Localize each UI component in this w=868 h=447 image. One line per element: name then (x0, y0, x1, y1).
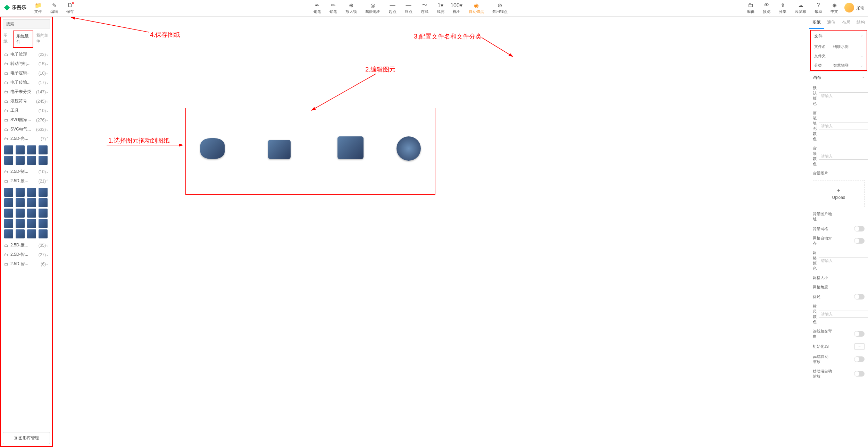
component-thumbnail[interactable] (4, 209, 13, 218)
end-button[interactable]: —终点 (402, 1, 415, 15)
tree-item[interactable]: 🗀转动与机...(15)⌄ (1, 59, 52, 68)
color-swatch[interactable] (817, 123, 817, 129)
upload-button[interactable]: + Upload (813, 180, 865, 207)
component-thumbnail[interactable] (39, 156, 48, 165)
component-thumbnail[interactable] (39, 209, 48, 218)
fill-color-input[interactable] (819, 123, 868, 129)
component-thumbnail[interactable] (27, 209, 36, 218)
right-tab-0[interactable]: 图纸 (809, 17, 824, 29)
file-section-header[interactable]: 文件 ⌄ (811, 31, 867, 42)
search-input[interactable] (3, 19, 50, 28)
disableAnchor-button[interactable]: ⊘禁用锚点 (490, 1, 510, 15)
component-thumbnail[interactable] (4, 188, 13, 197)
line-intersect-toggle[interactable] (854, 331, 865, 337)
component-thumbnail[interactable] (16, 219, 25, 228)
library-manage-button[interactable]: ⊞ 图形库管理 (3, 432, 50, 444)
component-thumbnail[interactable] (39, 219, 48, 228)
pencil-button[interactable]: ✏铅笔 (327, 1, 340, 15)
cloudPublish-button[interactable]: ☁云发布 (792, 1, 809, 15)
component-thumbnail[interactable] (27, 156, 36, 165)
component-thumbnail[interactable] (39, 145, 48, 154)
canvas-section-header[interactable]: 画布 ⌄ (809, 71, 868, 83)
tree-item[interactable]: 🗀SVG电气...(633)⌄ (1, 125, 52, 134)
tree-item[interactable]: 🗀液压符号(245)⌄ (1, 96, 52, 106)
component-thumbnail[interactable] (16, 209, 25, 218)
help-button[interactable]: ?帮助 (812, 1, 825, 15)
pen-button[interactable]: ✒钢笔 (311, 1, 324, 15)
color-swatch[interactable] (817, 258, 817, 263)
component-thumbnail[interactable] (27, 145, 36, 154)
right-tab-2[interactable]: 布局 (839, 17, 853, 29)
component-thumbnail[interactable] (4, 145, 13, 154)
canvas-component-motor[interactable] (337, 136, 364, 159)
component-thumbnail[interactable] (4, 219, 13, 228)
minimap-button[interactable]: ◎鹰眼地图 (362, 1, 383, 15)
preview-button[interactable]: 👁预览 (760, 1, 773, 15)
color-swatch[interactable] (817, 311, 817, 317)
save-button[interactable]: 🗋保存 (64, 1, 77, 15)
edit2-button[interactable]: 🗀编辑 (744, 1, 757, 15)
lineWidth-button[interactable]: 1▾线宽 (434, 1, 447, 15)
tree-item[interactable]: 🗀2.5D-废...(21)⌃ (1, 176, 52, 186)
tree-item[interactable]: 🗀2.5D-废...(35)⌄ (1, 241, 52, 250)
init-js-button[interactable]: ⋯ (854, 343, 865, 350)
default-color-input[interactable] (819, 92, 868, 99)
logo[interactable]: 乐吾乐 (3, 1, 26, 11)
canvas-component-valve[interactable] (268, 140, 291, 159)
color-swatch[interactable] (817, 93, 817, 99)
bg-color-input[interactable] (819, 153, 868, 160)
avatar[interactable] (844, 3, 854, 12)
ruler-toggle[interactable] (854, 294, 865, 300)
right-tab-3[interactable]: 结构 (853, 17, 868, 29)
ruler-color-input[interactable] (819, 311, 868, 318)
component-thumbnail[interactable] (27, 219, 36, 228)
share-button[interactable]: ⇪分享 (776, 1, 789, 15)
left-tab-2[interactable]: 我的组件 (33, 31, 52, 48)
magnifier-button[interactable]: ⊕放大镜 (343, 1, 360, 15)
tree-item[interactable]: 🗀2.5D-光...(7)⌃ (1, 134, 52, 143)
grid-color-input[interactable] (819, 257, 868, 264)
tree-item[interactable]: 🗀2.5D-智...(27)⌄ (1, 250, 52, 259)
tree-item[interactable]: 🗀SVG国家...(276)⌄ (1, 115, 52, 125)
left-tab-1[interactable]: 系统组件 (13, 31, 33, 48)
component-thumbnail[interactable] (27, 198, 36, 207)
component-thumbnail[interactable] (16, 156, 25, 165)
tree-item[interactable]: 🗀电子传输...(17)⌄ (1, 78, 52, 87)
pc-zoom-toggle[interactable] (854, 356, 865, 362)
start-button[interactable]: —起点 (386, 1, 399, 15)
component-thumbnail[interactable] (16, 198, 25, 207)
component-thumbnail[interactable] (39, 188, 48, 197)
canvas-component-tank[interactable] (200, 138, 225, 159)
chevron-down-icon[interactable]: ⌄ (860, 64, 863, 67)
right-tab-1[interactable]: 通信 (824, 17, 838, 29)
lang-button[interactable]: ⊕中文 (828, 1, 841, 15)
component-thumbnail[interactable] (27, 188, 36, 197)
left-tab-0[interactable]: 图纸 (1, 31, 13, 48)
component-thumbnail[interactable] (16, 188, 25, 197)
category-value[interactable]: 智慧物联 (833, 63, 860, 68)
tree-item[interactable]: 🗀2.5D-制...(10)⌄ (1, 167, 52, 176)
autoAnchor-button[interactable]: ◉自动锚点 (466, 1, 487, 15)
component-thumbnail[interactable] (4, 229, 13, 238)
tree-item[interactable]: 🗀电子波形(23)⌄ (1, 50, 52, 59)
component-thumbnail[interactable] (16, 229, 25, 238)
bg-grid-toggle[interactable] (854, 226, 865, 231)
component-thumbnail[interactable] (39, 198, 48, 207)
line-button[interactable]: 〜连线 (418, 1, 431, 15)
edit-button[interactable]: ✎编辑 (48, 1, 61, 15)
mobile-zoom-toggle[interactable] (854, 371, 865, 377)
filename-value[interactable]: 物联示例 (833, 44, 863, 49)
grid-align-toggle[interactable] (854, 238, 865, 244)
color-swatch[interactable] (817, 153, 817, 159)
component-thumbnail[interactable] (39, 229, 48, 238)
tree-item[interactable]: 🗀工具(10)⌄ (1, 106, 52, 115)
tree-item[interactable]: 🗀电子未分类(147)⌄ (1, 87, 52, 96)
file-button[interactable]: 📁文件 (32, 1, 45, 15)
component-thumbnail[interactable] (27, 229, 36, 238)
tree-item[interactable]: 🗀2.5D-智...(6)⌄ (1, 259, 52, 269)
canvas[interactable]: 1.选择图元拖动到图纸 2.编辑图元 3.配置文件名和文件分类 4.保存图纸 (53, 17, 809, 447)
canvas-component-fan[interactable] (397, 136, 421, 161)
component-thumbnail[interactable] (4, 156, 13, 165)
tree-item[interactable]: 🗀电子逻辑...(10)⌄ (1, 68, 52, 78)
component-thumbnail[interactable] (4, 198, 13, 207)
